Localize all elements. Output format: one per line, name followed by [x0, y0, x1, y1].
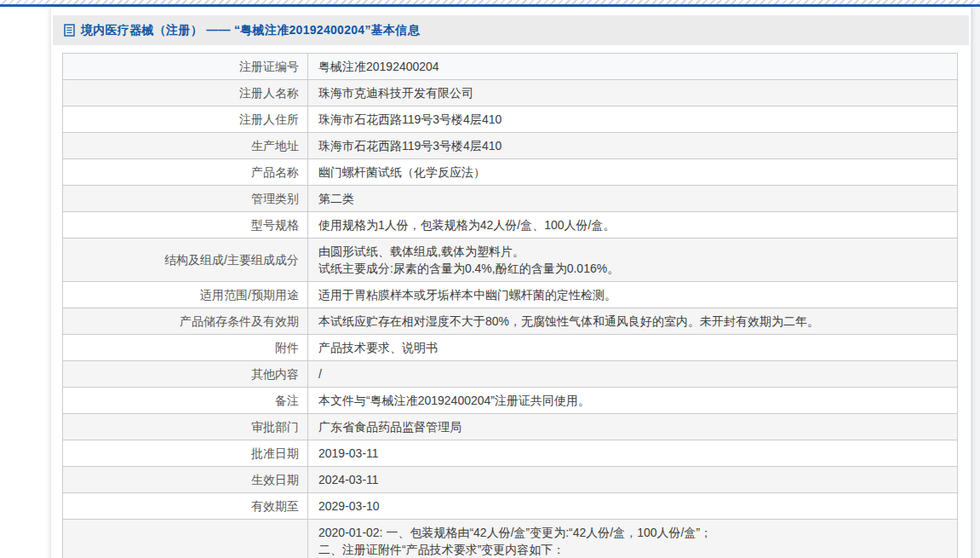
row-value-line: 2024-03-11 [318, 471, 947, 488]
table-row: 产品名称幽门螺杆菌试纸（化学反应法） [63, 159, 958, 186]
scrollbar[interactable] [971, 7, 980, 558]
table-row: 注册人名称珠海市克迪科技开发有限公司 [63, 80, 958, 106]
row-label: 备注 [63, 388, 308, 414]
row-value-line: / [318, 365, 947, 383]
row-value: 第二类 [308, 186, 958, 212]
row-value: 2019-03-11 [308, 440, 958, 467]
row-value: 使用规格为1人份，包装规格为42人份/盒、100人份/盒。 [308, 212, 958, 239]
row-label [63, 520, 308, 558]
row-value: 由圆形试纸、载体组成,载体为塑料片。试纸主要成分:尿素的含量为0.4%,酚红的含… [308, 239, 958, 282]
table-row: 产品储存条件及有效期本试纸应贮存在相对湿度不大于80%，无腐蚀性气体和通风良好的… [63, 308, 958, 335]
row-value-line: 由圆形试纸、载体组成,载体为塑料片。 [318, 243, 947, 260]
row-value-line: 幽门螺杆菌试纸（化学反应法） [318, 164, 947, 181]
row-value: 2029-03-10 [308, 493, 958, 520]
registration-info-table: 注册证编号粤械注准20192400204注册人名称珠海市克迪科技开发有限公司注册… [62, 53, 958, 558]
row-value: 产品技术要求、说明书 [308, 335, 958, 361]
row-value: 本试纸应贮存在相对湿度不大于80%，无腐蚀性气体和通风良好的室内。未开封有效期为… [308, 308, 958, 335]
row-label: 管理类别 [63, 186, 308, 212]
record-panel: 境内医疗器械（注册） —— “粤械注准20192400204”基本信息 注册证编… [51, 7, 971, 558]
row-value-line: 产品技术要求、说明书 [318, 339, 947, 356]
row-value-line: 第二类 [318, 190, 947, 207]
table-row: 注册证编号粤械注准20192400204 [63, 54, 958, 80]
row-value-line: 二、注册证附件“产品技术要求”变更内容如下： [318, 541, 947, 558]
row-label: 产品名称 [63, 159, 308, 186]
row-value: 幽门螺杆菌试纸（化学反应法） [308, 159, 958, 186]
row-label: 产品储存条件及有效期 [63, 308, 308, 335]
page-title: 境内医疗器械（注册） —— “粤械注准20192400204”基本信息 [81, 23, 420, 38]
row-label: 生产地址 [63, 133, 308, 159]
table-row: 生效日期2024-03-11 [63, 467, 958, 493]
row-value-line: 粤械注准20192400204 [318, 58, 947, 75]
row-value-line: 2019-03-11 [318, 445, 947, 462]
row-value-line: 本文件与“粤械注准20192400204”注册证共同使用。 [318, 392, 947, 409]
row-value: 珠海市石花西路119号3号楼4层410 [308, 106, 958, 133]
row-label: 其他内容 [63, 361, 308, 388]
row-label: 有效期至 [63, 493, 308, 520]
table-row: 管理类别第二类 [63, 186, 958, 212]
row-value: 2020-01-02: 一、包装规格由“42人份/盒”变更为:“42人份/盒，1… [308, 520, 958, 558]
row-value: 珠海市石花西路119号3号楼4层410 [308, 133, 958, 159]
info-table-body: 注册证编号粤械注准20192400204注册人名称珠海市克迪科技开发有限公司注册… [63, 54, 958, 558]
row-value-line: 珠海市石花西路119号3号楼4层410 [318, 137, 947, 154]
row-value: / [308, 361, 958, 388]
row-label: 注册人住所 [63, 106, 308, 133]
document-icon [64, 24, 75, 37]
row-label: 审批部门 [63, 414, 308, 440]
table-row: 注册人住所珠海市石花西路119号3号楼4层410 [63, 106, 958, 133]
row-value-line: 试纸主要成分:尿素的含量为0.4%,酚红的含量为0.016%。 [318, 260, 947, 277]
row-value: 珠海市克迪科技开发有限公司 [308, 80, 958, 106]
table-row: 生产地址珠海市石花西路119号3号楼4层410 [63, 133, 958, 159]
table-row: 结构及组成/主要组成成分由圆形试纸、载体组成,载体为塑料片。试纸主要成分:尿素的… [63, 239, 958, 282]
row-value: 本文件与“粤械注准20192400204”注册证共同使用。 [308, 388, 958, 414]
row-value-line: 珠海市克迪科技开发有限公司 [318, 84, 947, 101]
row-value-line: 适用于胃粘膜样本或牙垢样本中幽门螺杆菌的定性检测。 [318, 286, 947, 303]
row-value: 适用于胃粘膜样本或牙垢样本中幽门螺杆菌的定性检测。 [308, 282, 958, 308]
row-value-line: 使用规格为1人份，包装规格为42人份/盒、100人份/盒。 [318, 216, 947, 233]
table-row: 适用范围/预期用途适用于胃粘膜样本或牙垢样本中幽门螺杆菌的定性检测。 [63, 282, 958, 308]
row-value-line: 广东省食品药品监督管理局 [318, 418, 947, 435]
row-label: 批准日期 [63, 440, 308, 467]
row-value-line: 珠海市石花西路119号3号楼4层410 [318, 111, 947, 128]
row-label: 适用范围/预期用途 [63, 282, 308, 308]
table-row: 附件产品技术要求、说明书 [63, 335, 958, 361]
row-value: 2024-03-11 [308, 467, 958, 493]
row-value: 广东省食品药品监督管理局 [308, 414, 958, 440]
table-row: 备注本文件与“粤械注准20192400204”注册证共同使用。 [63, 388, 958, 414]
table-row: 2020-01-02: 一、包装规格由“42人份/盒”变更为:“42人份/盒，1… [63, 520, 958, 558]
row-value-line: 2020-01-02: 一、包装规格由“42人份/盒”变更为:“42人份/盒，1… [318, 524, 947, 541]
row-label: 生效日期 [63, 467, 308, 493]
row-label: 结构及组成/主要组成成分 [63, 239, 308, 282]
page-header: 境内医疗器械（注册） —— “粤械注准20192400204”基本信息 [53, 15, 969, 45]
row-label: 型号规格 [63, 212, 308, 239]
table-row: 批准日期2019-03-11 [63, 440, 958, 467]
row-label: 附件 [63, 335, 308, 361]
row-label: 注册人名称 [63, 80, 308, 106]
table-row: 其他内容/ [63, 361, 958, 388]
table-row: 审批部门广东省食品药品监督管理局 [63, 414, 958, 440]
row-value-line: 本试纸应贮存在相对湿度不大于80%，无腐蚀性气体和通风良好的室内。未开封有效期为… [318, 313, 947, 330]
row-value: 粤械注准20192400204 [308, 54, 958, 80]
row-label: 注册证编号 [63, 54, 308, 80]
table-row: 型号规格使用规格为1人份，包装规格为42人份/盒、100人份/盒。 [63, 212, 958, 239]
table-row: 有效期至2029-03-10 [63, 493, 958, 520]
row-value-line: 2029-03-10 [318, 498, 947, 515]
